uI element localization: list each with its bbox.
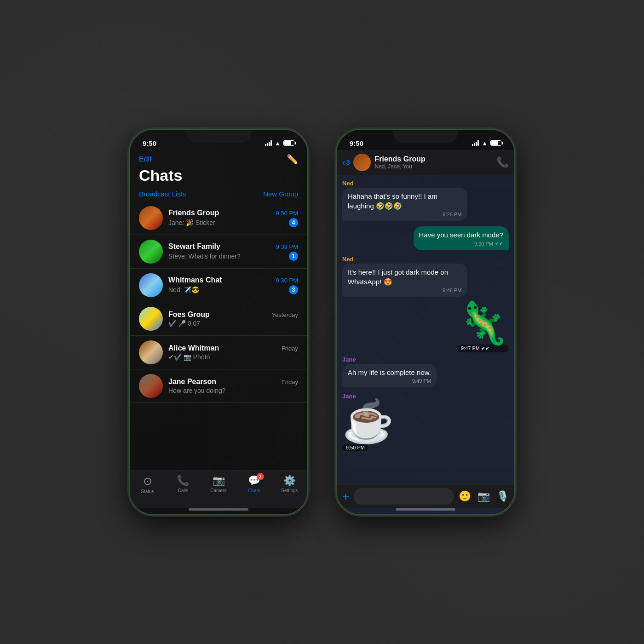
new-group-button[interactable]: New Group [263,190,298,198]
back-badge: 3 [346,159,350,166]
group-avatar [353,154,371,171]
chats-subheader: Broadcast Lists New Group [130,188,307,201]
chat-detail-screen: 9:50 ▲ ‹ 3 Friends [337,130,514,514]
status-bar: 9:50 ▲ [130,130,307,150]
chats-list-screen: Edit ✏️ Chats Broadcast Lists New Group … [130,150,307,514]
chat-name: Foes Group [168,310,210,319]
sticker-image: ☕ [342,401,394,442]
back-chevron-icon: ‹ [342,157,345,168]
tab-chats[interactable]: 💬 3 Chats [236,475,272,493]
settings-icon: ⚙️ [283,475,296,487]
message-time: 9:49 PM [412,378,431,384]
status-icon: ⊙ [143,475,152,488]
message-sticker-coffee: Jane ☕ 9:50 PM [342,393,509,451]
chats-tab-badge: 3 [257,473,264,480]
message-time: 9:28 PM [443,212,462,217]
input-action-icons: 🙂 📷 🎙️ [459,490,509,502]
chat-item-jane-pearson[interactable]: Jane Pearson Friday How are you doing? [130,369,307,403]
chat-item-alice-whitman[interactable]: Alice Whitman Friday ✔✔️ 📷 Photo [130,336,307,369]
message-input-field[interactable] [354,488,454,505]
messages-list: Ned Hahaha that's so funny!! I am laughi… [337,175,514,484]
call-button[interactable]: 📞 [496,156,509,168]
message-text: Ah my life is complete now. [348,368,431,377]
tab-status-label: Status [141,489,154,494]
message-text: Have you seen dark mode? [419,230,503,240]
camera-icon: 📷 [213,475,225,487]
group-info: Friends Group Ned, Jane, You [374,155,493,170]
avatar [139,340,163,364]
unread-badge: 1 [289,252,298,261]
chat-item-friends-group[interactable]: Friends Group 9:50 PM Jane: 🎉 Sticker 4 [130,201,307,235]
message-bubble: It's here!! I just got dark mode on What… [342,264,467,297]
avatar [139,307,163,331]
chat-preview: ✔✔️ 📷 Photo [168,353,210,361]
calls-icon: 📞 [177,475,189,487]
tab-calls-label: Calls [178,488,188,493]
signal-icon [265,140,272,146]
chat-item-foes-group[interactable]: Foes Group Yesterday ✔️ 🎤 0:07 [130,302,307,336]
mute-button[interactable] [129,185,130,201]
tab-settings-label: Settings [281,488,298,493]
message-text: It's here!! I just got dark mode on What… [348,267,462,287]
chat-preview: Jane: 🎉 Sticker [168,219,215,226]
group-name[interactable]: Friends Group [374,155,493,163]
chat-name: Jane Pearson [168,378,216,386]
read-ticks: ✔✔ [495,241,503,247]
message-jane-1: Jane Ah my life is complete now. 9:49 PM [342,356,509,389]
status-bar-right: 9:50 ▲ [337,130,514,150]
home-indicator [189,508,248,511]
chat-info: Stewart Family 9:39 PM Steve: What's for… [168,242,298,261]
tab-camera[interactable]: 📷 Camera [201,475,236,493]
chat-info: Friends Group 9:50 PM Jane: 🎉 Sticker 4 [168,209,298,227]
status-time: 9:50 [143,139,156,147]
phone-right: 9:50 ▲ ‹ 3 Friends [336,129,515,515]
sticker-button[interactable]: 🙂 [459,490,471,502]
message-sent-1: Have you seen dark mode? 9:30 PM ✔✔ [342,226,509,252]
unread-badge: 3 [289,285,298,294]
avatar [139,273,163,297]
tab-settings[interactable]: ⚙️ Settings [272,475,307,493]
sticker-container: Jane ☕ 9:50 PM [342,393,394,451]
power-button-r[interactable] [514,199,515,236]
sender-label: Jane [342,356,356,363]
battery-icon [283,140,294,146]
battery-icon-r [490,140,501,146]
sticker-image: 🦎 [457,302,509,344]
chat-preview: Ned: ✈️😎 [168,286,199,293]
chat-header: ‹ 3 Friends Group Ned, Jane, You 📞 [337,150,514,175]
edit-button[interactable]: Edit [139,155,152,163]
chat-name: Friends Group [168,209,219,217]
chat-list: Friends Group 9:50 PM Jane: 🎉 Sticker 4 [130,201,307,471]
chat-time: Friday [282,379,298,385]
chat-messages-area: 🎮 📱 🎵 ✉️ 🎁 🔔 🎭 🎪 🎯 🎲 🎸 🏆 🎠 🎡 🎢 [337,175,514,514]
sticker-time: 9:50 PM [342,444,368,451]
chats-nav: Edit ✏️ [130,150,307,167]
compose-button[interactable]: ✏️ [287,154,298,165]
power-button[interactable] [307,199,308,236]
chat-preview: Steve: What's for dinner? [168,253,241,260]
tab-bar: ⊙ Status 📞 Calls 📷 Camera 💬 3 Chats [130,471,307,508]
message-text: Hahaha that's so funny!! I am laughing 🤣… [348,191,462,211]
broadcast-lists-button[interactable]: Broadcast Lists [139,190,186,198]
message-ned-1: Ned Hahaha that's so funny!! I am laughi… [342,180,509,223]
status-right-r: ▲ [472,140,501,147]
phone-left: 9:50 ▲ Edit ✏️ Chats [129,129,308,515]
mic-button[interactable]: 🎙️ [496,490,509,502]
chat-item-stewart-family[interactable]: Stewart Family 9:39 PM Steve: What's for… [130,235,307,269]
chat-item-whitmans-chat[interactable]: Whitmans Chat 9:30 PM Ned: ✈️😎 3 [130,269,307,302]
chat-info: Alice Whitman Friday ✔✔️ 📷 Photo [168,344,298,361]
chat-preview: How are you doing? [168,387,226,394]
tab-status[interactable]: ⊙ Status [130,475,165,494]
tab-calls[interactable]: 📞 Calls [165,475,201,493]
message-bubble: Hahaha that's so funny!! I am laughing 🤣… [342,188,467,221]
tab-chats-label: Chats [248,488,260,493]
chat-info: Whitmans Chat 9:30 PM Ned: ✈️😎 3 [168,276,298,294]
message-time: 9:46 PM [443,288,462,293]
chat-info: Foes Group Yesterday ✔️ 🎤 0:07 [168,310,298,327]
avatar [139,374,163,398]
signal-icon-r [472,140,479,146]
camera-button[interactable]: 📷 [477,490,490,502]
chat-time: 9:50 PM [276,210,298,217]
back-button[interactable]: ‹ 3 [342,157,350,168]
attach-button[interactable]: + [342,489,349,504]
